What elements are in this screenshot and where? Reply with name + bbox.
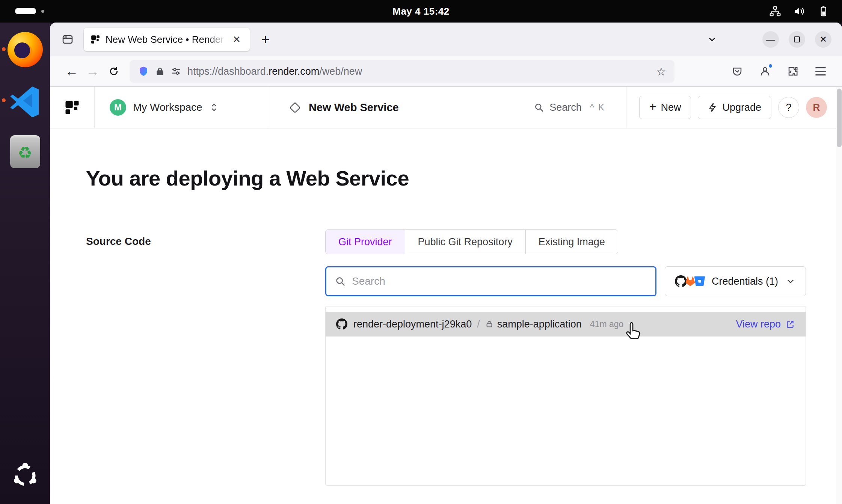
credentials-label: Credentials (1) bbox=[712, 276, 778, 287]
url-path: /web/new bbox=[319, 66, 362, 77]
scrollbar-thumb[interactable] bbox=[837, 89, 842, 147]
url-bar[interactable]: https://dashboard.render.com/web/new ☆ bbox=[130, 60, 675, 83]
view-repo-link[interactable]: View repo bbox=[736, 318, 795, 330]
credentials-dropdown[interactable]: Credentials (1) bbox=[665, 266, 806, 296]
reload-button[interactable] bbox=[103, 61, 124, 82]
page-title: New Web Service bbox=[309, 101, 399, 114]
account-button[interactable] bbox=[755, 61, 775, 81]
system-clock[interactable]: May 4 15:42 bbox=[0, 0, 842, 23]
tab-public-git-repository[interactable]: Public Git Repository bbox=[405, 230, 525, 254]
system-top-bar: May 4 15:42 bbox=[0, 0, 842, 23]
chevron-down-icon bbox=[785, 276, 796, 287]
url-domain: render.com bbox=[269, 66, 319, 77]
running-indicator bbox=[2, 47, 6, 51]
url-text[interactable]: https://dashboard.render.com/web/new bbox=[187, 66, 650, 77]
new-button-label: New bbox=[661, 102, 681, 113]
navigation-toolbar: ← → bbox=[50, 56, 842, 87]
repo-search-box[interactable] bbox=[325, 266, 656, 296]
upgrade-button[interactable]: Upgrade bbox=[698, 96, 771, 119]
repo-list: render-deployment-j29ka0 / sample-applic… bbox=[325, 306, 806, 486]
source-code-label: Source Code bbox=[86, 235, 325, 247]
list-all-tabs-button[interactable] bbox=[703, 30, 721, 48]
firefox-view-button[interactable] bbox=[58, 30, 77, 49]
search-icon bbox=[335, 276, 346, 287]
restore-icon bbox=[794, 36, 800, 42]
minimize-button[interactable]: — bbox=[762, 31, 779, 48]
trash-icon: ♻ bbox=[10, 135, 40, 168]
network-icon bbox=[769, 5, 781, 17]
vscode-icon bbox=[9, 85, 41, 117]
github-icon bbox=[336, 318, 347, 330]
page-scrollbar[interactable] bbox=[836, 87, 842, 504]
bookmark-star-icon[interactable]: ☆ bbox=[656, 65, 666, 78]
chevron-up-down-icon bbox=[209, 103, 219, 112]
repo-search-input[interactable] bbox=[352, 275, 647, 287]
pocket-save-button[interactable] bbox=[727, 61, 747, 81]
restore-button[interactable] bbox=[789, 31, 805, 48]
window-controls: — ✕ bbox=[762, 31, 831, 48]
global-search-label: Search bbox=[549, 102, 582, 113]
firefox-icon bbox=[8, 32, 43, 67]
repo-separator: / bbox=[477, 318, 480, 330]
dock-item-ubuntu[interactable] bbox=[7, 457, 43, 493]
repo-row[interactable]: render-deployment-j29ka0 / sample-applic… bbox=[326, 312, 806, 337]
private-lock-icon bbox=[485, 320, 493, 328]
tab-close-button[interactable]: ✕ bbox=[230, 33, 243, 46]
bitbucket-icon bbox=[694, 275, 706, 287]
render-logo-icon bbox=[64, 100, 80, 115]
forward-button[interactable]: → bbox=[82, 61, 103, 82]
tracking-protection-shield-icon[interactable] bbox=[138, 66, 149, 77]
dock-item-vscode[interactable] bbox=[7, 83, 43, 119]
header-actions: + New Upgrade ? R bbox=[626, 87, 842, 128]
menu-button[interactable] bbox=[810, 61, 831, 81]
tab-existing-image[interactable]: Existing Image bbox=[525, 230, 618, 254]
page-heading: You are deploying a Web Service bbox=[86, 166, 842, 190]
app-header: M My Workspace New Web Service Search ^ … bbox=[50, 87, 842, 128]
tab-title: New Web Service • Render bbox=[106, 34, 225, 45]
source-code-row: Source Code Git Provider Public Git Repo… bbox=[86, 229, 842, 486]
url-scheme: https://dashboard. bbox=[187, 66, 269, 77]
service-diamond-icon bbox=[290, 102, 301, 113]
lock-icon[interactable] bbox=[155, 66, 165, 76]
workspace-avatar: M bbox=[110, 99, 126, 116]
render-dashboard-page: M My Workspace New Web Service Search ^ … bbox=[50, 87, 842, 504]
workspace-selector[interactable]: M My Workspace bbox=[95, 87, 270, 128]
firefox-window: New Web Service • Render ✕ + — ✕ ← → bbox=[50, 23, 842, 504]
account-notification-dot bbox=[768, 63, 773, 68]
repo-name: sample-application bbox=[497, 318, 582, 330]
search-shortcut-hint: ^ K bbox=[590, 102, 605, 113]
global-search-button[interactable]: Search ^ K bbox=[534, 102, 605, 113]
ubuntu-logo-icon bbox=[11, 461, 39, 490]
help-button[interactable]: ? bbox=[778, 97, 799, 118]
lightning-icon bbox=[708, 103, 718, 112]
dock: ♻ bbox=[0, 23, 50, 504]
dock-item-trash[interactable]: ♻ bbox=[7, 134, 43, 170]
search-icon bbox=[534, 102, 544, 113]
tab-git-provider[interactable]: Git Provider bbox=[326, 230, 405, 254]
battery-icon bbox=[817, 5, 829, 17]
permissions-icon[interactable] bbox=[171, 66, 181, 77]
provider-icons bbox=[675, 275, 706, 287]
toolbar-buttons bbox=[727, 61, 831, 81]
new-tab-button[interactable]: + bbox=[256, 30, 275, 49]
new-button[interactable]: + New bbox=[639, 96, 691, 119]
render-favicon-icon bbox=[91, 35, 100, 44]
plus-icon: + bbox=[649, 100, 656, 114]
workspace-name: My Workspace bbox=[133, 101, 202, 113]
source-tabs: Git Provider Public Git Repository Exist… bbox=[325, 229, 618, 254]
system-tray[interactable] bbox=[769, 0, 829, 23]
running-indicator bbox=[2, 98, 6, 102]
user-avatar[interactable]: R bbox=[806, 97, 827, 118]
close-button[interactable]: ✕ bbox=[815, 31, 831, 48]
external-link-icon bbox=[785, 319, 795, 329]
back-button[interactable]: ← bbox=[61, 61, 82, 82]
browser-tab-active[interactable]: New Web Service • Render ✕ bbox=[84, 28, 250, 51]
extensions-button[interactable] bbox=[783, 61, 803, 81]
hamburger-icon bbox=[815, 67, 826, 75]
render-logo-link[interactable] bbox=[50, 87, 95, 128]
dock-item-firefox[interactable] bbox=[7, 32, 43, 68]
repo-search-row: Credentials (1) bbox=[325, 266, 806, 296]
tab-strip: New Web Service • Render ✕ + — ✕ bbox=[50, 23, 842, 56]
repo-age: 41m ago bbox=[590, 319, 624, 329]
recycle-icon: ♻ bbox=[18, 145, 32, 161]
